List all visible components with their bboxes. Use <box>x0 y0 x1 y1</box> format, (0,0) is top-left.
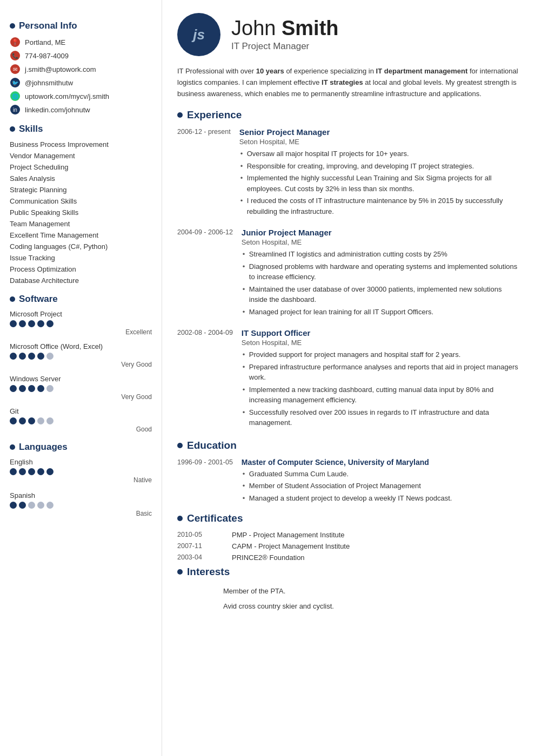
language-item: SpanishBasic <box>10 491 152 517</box>
dots-row <box>10 385 152 392</box>
skill-item: Issue Tracking <box>10 253 152 262</box>
exp-content: Junior Project ManagerSeton Hospital, ME… <box>242 228 520 319</box>
dots-row <box>10 502 152 509</box>
web-icon: 🌐 <box>10 91 20 101</box>
dot <box>28 502 35 509</box>
dot <box>46 417 54 424</box>
bullet-education <box>177 443 183 448</box>
edu-bullets: Graduated Summa Cum Laude.Member of Stud… <box>242 469 520 504</box>
certificate-item: 2007-11CAPM - Project Management Institu… <box>177 542 520 550</box>
dot <box>46 502 54 509</box>
exp-bullet: Oversaw all major hospital IT projects f… <box>239 148 520 159</box>
software-name: Microsoft Office (Word, Excel) <box>10 342 152 350</box>
language-name: English <box>10 458 152 466</box>
sidebar: Personal Info 📍 Portland, ME 📞 774-987-4… <box>0 0 162 756</box>
exp-bullet: Successfully resolved over 200 issues in… <box>242 407 520 428</box>
interest-item: Avid cross country skier and cyclist. <box>177 599 520 612</box>
dot <box>19 353 26 360</box>
interest-item: Member of the PTA. <box>177 584 520 597</box>
exp-company: Seton Hospital, ME <box>242 238 520 246</box>
skills-list: Business Process ImprovementVendor Manag… <box>10 140 152 285</box>
experience-item: 2006-12 - presentSenior Project ManagerS… <box>177 127 520 218</box>
exp-bullet: Implemented a new tracking dashboard, cu… <box>242 384 520 406</box>
education-title: Education <box>177 440 520 451</box>
dot-label: Good <box>10 426 152 433</box>
skill-item: Public Speaking Skills <box>10 208 152 217</box>
skill-item: Communication Skills <box>10 197 152 206</box>
skill-item: Excellent Time Management <box>10 231 152 240</box>
dot <box>19 468 26 475</box>
bullet-personal <box>10 23 15 29</box>
bullet-interests <box>177 569 183 575</box>
skill-item: Sales Analysis <box>10 174 152 183</box>
certificate-item: 2010-05PMP - Project Management Institut… <box>177 531 520 539</box>
dot-label: Native <box>10 476 152 484</box>
exp-job-title: Junior Project Manager <box>242 228 520 237</box>
education-item: 1996-09 - 2001-05Master of Computer Scie… <box>177 458 520 505</box>
software-title: Software <box>10 294 152 305</box>
dot <box>46 468 54 475</box>
exp-company: Seton Hospital, ME <box>242 339 520 347</box>
dot <box>10 353 17 360</box>
dot <box>19 417 26 424</box>
certificate-item: 2003-04PRINCE2® Foundation <box>177 554 520 562</box>
software-name: Git <box>10 407 152 415</box>
dots-row <box>10 353 152 360</box>
skill-item: Vendor Management <box>10 151 152 160</box>
software-name: Windows Server <box>10 375 152 383</box>
skill-item: Database Architecture <box>10 276 152 285</box>
exp-job-title: Senior Project Manager <box>239 127 520 137</box>
skill-item: Team Management <box>10 219 152 228</box>
exp-company: Seton Hospital, ME <box>239 138 520 146</box>
location-icon: 📍 <box>10 37 20 47</box>
contact-twitter: 🐦 @johnsmithutw <box>10 77 152 88</box>
dot <box>46 320 54 327</box>
dot <box>19 320 26 327</box>
edu-degree: Master of Computer Science, University o… <box>242 458 520 467</box>
certificates-title: Certificates <box>177 512 520 524</box>
experience-list: 2006-12 - presentSenior Project ManagerS… <box>177 127 520 430</box>
skill-item: Process Optimization <box>10 265 152 274</box>
experience-item: 2002-08 - 2004-09IT Support OfficerSeton… <box>177 328 520 430</box>
dot <box>28 320 35 327</box>
dot-label: Very Good <box>10 361 152 368</box>
exp-bullet: Responsible for creating, improving, and… <box>239 161 520 172</box>
summary: IT Professional with over 10 years of ex… <box>177 66 520 99</box>
dot <box>10 502 17 509</box>
exp-bullets: Oversaw all major hospital IT projects f… <box>239 148 520 217</box>
dot <box>37 385 44 392</box>
dot <box>28 353 35 360</box>
edu-bullet: Member of Student Association of Project… <box>242 481 520 491</box>
dot <box>37 502 44 509</box>
full-name: John Smith <box>231 17 339 40</box>
exp-bullets: Provided support for project managers an… <box>242 349 520 428</box>
cert-date: 2007-11 <box>177 542 223 550</box>
exp-bullet: Implemented the highly successful Lean T… <box>239 173 520 194</box>
dot <box>28 385 35 392</box>
software-item: Windows ServerVery Good <box>10 375 152 401</box>
exp-bullets: Streamlined IT logistics and administrat… <box>242 249 520 317</box>
certificates-list: 2010-05PMP - Project Management Institut… <box>177 531 520 562</box>
exp-date: 2002-08 - 2004-09 <box>177 328 233 430</box>
experience-title: Experience <box>177 109 520 121</box>
linkedin-icon: in <box>10 105 20 114</box>
interests-title: Interests <box>177 566 520 578</box>
edu-bullet: Managed a student project to develop a w… <box>242 493 520 504</box>
dot <box>37 320 44 327</box>
cert-name: CAPM - Project Management Institute <box>232 542 350 550</box>
skill-item: Coding languages (C#, Python) <box>10 242 152 251</box>
bullet-languages <box>10 444 15 450</box>
exp-content: IT Support OfficerSeton Hospital, MEProv… <box>242 328 520 430</box>
contact-phone: 📞 774-987-4009 <box>10 50 152 61</box>
dot <box>28 417 35 424</box>
dot <box>28 468 35 475</box>
resume-header: js John Smith IT Project Manager <box>177 13 520 56</box>
skill-item: Business Process Improvement <box>10 140 152 149</box>
skill-item: Strategic Planning <box>10 185 152 194</box>
dot <box>10 417 17 424</box>
cert-name: PMP - Project Management Institute <box>232 531 345 539</box>
main-content: js John Smith IT Project Manager IT Prof… <box>162 0 535 756</box>
experience-item: 2004-09 - 2006-12Junior Project ManagerS… <box>177 228 520 319</box>
bullet-certificates <box>177 516 183 521</box>
edu-date: 1996-09 - 2001-05 <box>177 458 233 505</box>
